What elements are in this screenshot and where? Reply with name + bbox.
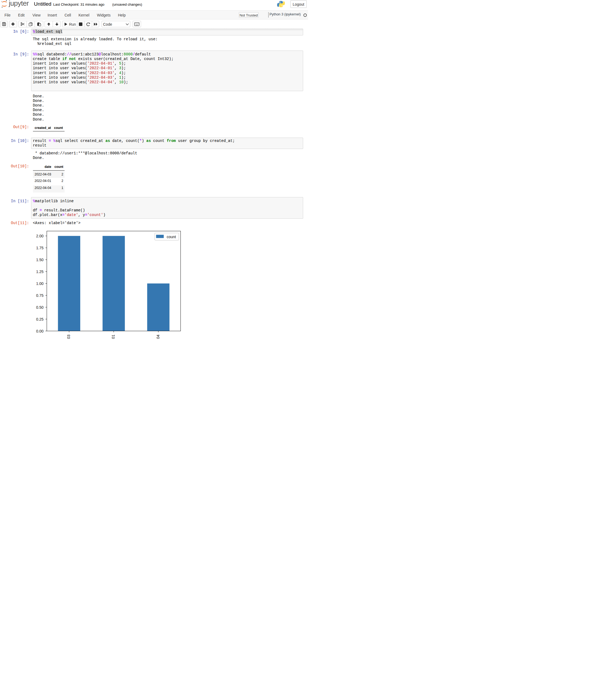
- svg-text:1.50: 1.50: [36, 258, 43, 262]
- svg-text:0.00: 0.00: [36, 329, 43, 333]
- svg-text:2.00: 2.00: [36, 234, 43, 238]
- svg-text:04: 04: [156, 335, 160, 339]
- svg-text:0.75: 0.75: [36, 293, 43, 298]
- svg-text:03: 03: [67, 335, 71, 339]
- svg-text:0.50: 0.50: [36, 305, 43, 309]
- svg-text:count: count: [167, 235, 176, 239]
- svg-text:1.75: 1.75: [36, 246, 43, 250]
- svg-text:1.25: 1.25: [36, 269, 43, 274]
- svg-text:0.25: 0.25: [36, 317, 43, 322]
- svg-text:1.00: 1.00: [36, 281, 43, 286]
- svg-text:01: 01: [111, 335, 115, 339]
